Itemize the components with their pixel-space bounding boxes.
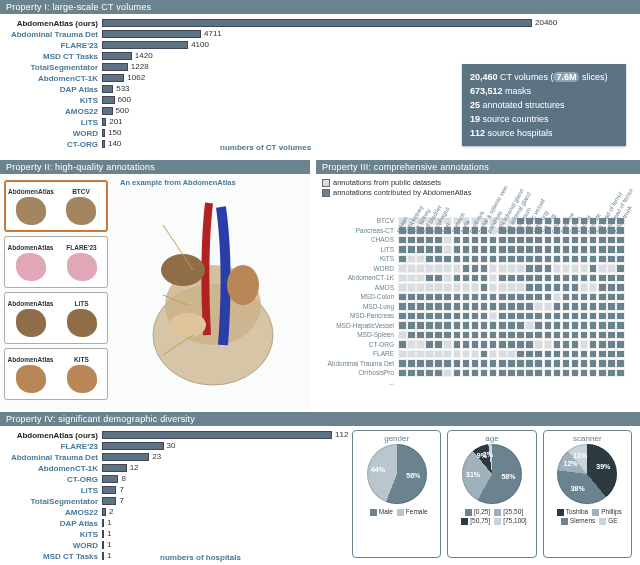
bar-fill bbox=[102, 442, 164, 450]
bar-fill bbox=[102, 464, 127, 472]
matrix-cell bbox=[571, 302, 580, 311]
matrix-cell bbox=[471, 350, 480, 359]
organ-icon bbox=[67, 253, 97, 281]
matrix-cell bbox=[525, 359, 534, 368]
svg-point-3 bbox=[227, 265, 259, 305]
matrix-cell bbox=[453, 245, 462, 254]
annotation-matrix: spleenright kidneyleft kidneygall bladde… bbox=[322, 216, 634, 404]
matrix-cell bbox=[534, 369, 543, 378]
matrix-cell bbox=[443, 264, 452, 273]
matrix-cell bbox=[434, 369, 443, 378]
matrix-cell bbox=[498, 350, 507, 359]
matrix-cell bbox=[571, 283, 580, 292]
matrix-cell bbox=[507, 255, 516, 264]
matrix-row: MSD-HepaticVessel bbox=[322, 321, 634, 331]
matrix-cell bbox=[453, 331, 462, 340]
matrix-cell bbox=[589, 245, 598, 254]
matrix-cell bbox=[489, 302, 498, 311]
matrix-cell bbox=[507, 293, 516, 302]
matrix-cell bbox=[498, 293, 507, 302]
matrix-cell bbox=[471, 274, 480, 283]
matrix-cell bbox=[407, 236, 416, 245]
matrix-cell bbox=[553, 255, 562, 264]
matrix-cell bbox=[525, 369, 534, 378]
matrix-cell bbox=[416, 340, 425, 349]
matrix-row-label: KiTS bbox=[322, 255, 398, 262]
matrix-cell bbox=[416, 350, 425, 359]
bar-label: MSD CT Tasks bbox=[4, 52, 102, 61]
matrix-cell bbox=[571, 312, 580, 321]
legend-text: Male bbox=[379, 508, 393, 515]
bar-label: WORD bbox=[4, 541, 102, 550]
matrix-cell bbox=[553, 359, 562, 368]
matrix-cell bbox=[398, 283, 407, 292]
matrix-cell bbox=[580, 312, 589, 321]
legend-text: Female bbox=[406, 508, 428, 515]
matrix-cell bbox=[453, 340, 462, 349]
legend-text: [25,50] bbox=[503, 508, 523, 515]
matrix-row-label: LiTS bbox=[322, 246, 398, 253]
matrix-cell bbox=[462, 274, 471, 283]
matrix-cell bbox=[462, 293, 471, 302]
matrix-cell bbox=[571, 236, 580, 245]
property-4-title: Property IV: significant demographic div… bbox=[0, 412, 640, 426]
matrix-cell bbox=[616, 321, 625, 330]
pie-chart: 39%38%12%11% bbox=[557, 444, 617, 504]
matrix-cell bbox=[553, 293, 562, 302]
matrix-cell bbox=[544, 255, 553, 264]
matrix-cell bbox=[416, 245, 425, 254]
matrix-cell bbox=[562, 264, 571, 273]
thumb-label: LiTS bbox=[74, 300, 88, 307]
matrix-cell bbox=[516, 255, 525, 264]
matrix-cell bbox=[462, 236, 471, 245]
matrix-cell bbox=[398, 264, 407, 273]
thumb-label: AbdomenAtlas bbox=[8, 244, 54, 251]
bar-label: Abdominal Trauma Det bbox=[4, 453, 102, 462]
matrix-cell bbox=[616, 340, 625, 349]
bar-label: LiTS bbox=[4, 118, 102, 127]
matrix-cell bbox=[471, 264, 480, 273]
stat-ct-volumes: 20,460 bbox=[470, 72, 498, 82]
matrix-cell bbox=[498, 359, 507, 368]
matrix-cell bbox=[598, 236, 607, 245]
legend-swatch bbox=[461, 518, 468, 525]
matrix-cell bbox=[580, 293, 589, 302]
matrix-cell bbox=[462, 340, 471, 349]
matrix-cell bbox=[434, 293, 443, 302]
matrix-cell bbox=[498, 245, 507, 254]
bar-fill bbox=[102, 497, 116, 505]
matrix-cell bbox=[471, 369, 480, 378]
bar-fill bbox=[102, 63, 128, 71]
matrix-cell bbox=[416, 321, 425, 330]
matrix-cell bbox=[607, 264, 616, 273]
matrix-cell bbox=[544, 312, 553, 321]
matrix-cell bbox=[471, 312, 480, 321]
pie-slice-label: 58% bbox=[501, 473, 515, 480]
matrix-cell bbox=[416, 312, 425, 321]
matrix-cell bbox=[571, 321, 580, 330]
matrix-cell bbox=[489, 340, 498, 349]
bar-row: DAP Atlas1 bbox=[4, 518, 342, 528]
matrix-cell bbox=[562, 359, 571, 368]
matrix-cell bbox=[398, 350, 407, 359]
matrix-cell bbox=[580, 283, 589, 292]
matrix-cell bbox=[489, 331, 498, 340]
property-2-panel: Property II: high-quality annotations An… bbox=[0, 160, 310, 410]
matrix-cell bbox=[534, 274, 543, 283]
matrix-cell bbox=[489, 255, 498, 264]
matrix-cell bbox=[616, 255, 625, 264]
matrix-cell bbox=[507, 331, 516, 340]
matrix-cell bbox=[534, 293, 543, 302]
matrix-cell bbox=[580, 321, 589, 330]
bar-row: AbdomenAtlas (ours)112 bbox=[4, 430, 342, 440]
matrix-cell bbox=[589, 321, 598, 330]
property-3-title: Property III: comprehensive annotations bbox=[316, 160, 640, 174]
matrix-cell bbox=[553, 274, 562, 283]
matrix-cell bbox=[471, 331, 480, 340]
matrix-cell bbox=[616, 236, 625, 245]
matrix-cell bbox=[525, 321, 534, 330]
matrix-row-label: FLARE bbox=[322, 350, 398, 357]
matrix-cell bbox=[553, 350, 562, 359]
matrix-cell bbox=[471, 283, 480, 292]
matrix-cell bbox=[489, 321, 498, 330]
